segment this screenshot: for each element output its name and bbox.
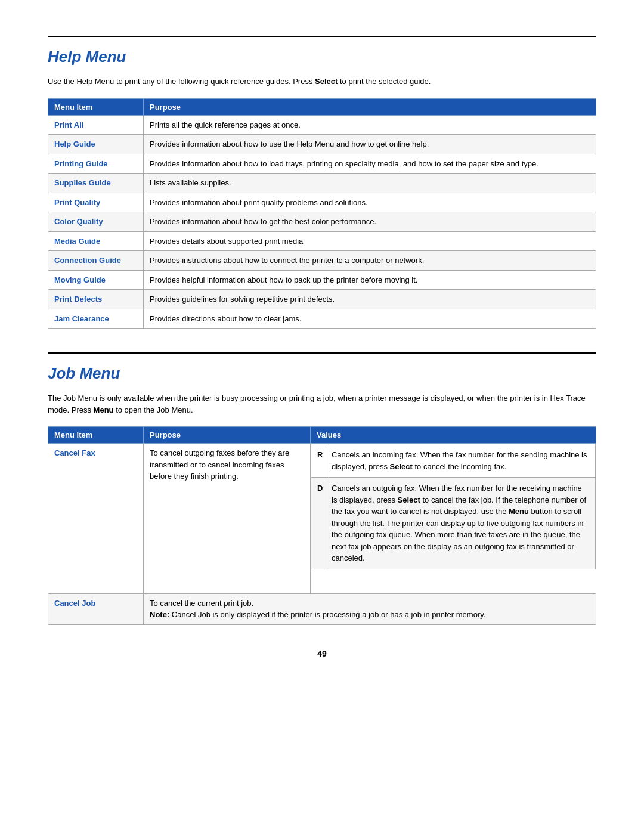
col-purpose-job: Purpose: [144, 427, 311, 444]
help-menu-section: Help Menu Use the Help Menu to print any…: [48, 36, 596, 329]
menu-item-cell: Help Guide: [48, 135, 144, 154]
value-label: D: [311, 478, 329, 569]
table-row: Printing GuideProvides information about…: [48, 154, 596, 174]
menu-item-cell: Connection Guide: [48, 251, 144, 271]
help-table-header-row: Menu Item Purpose: [48, 98, 596, 115]
purpose-cell: Provides instructions about how to conne…: [144, 251, 596, 271]
page-number: 49: [48, 649, 596, 658]
value-desc: Cancels an outgoing fax. When the fax nu…: [329, 478, 596, 569]
purpose-cell: Provides details about supported print m…: [144, 231, 596, 251]
purpose-cell: Provides helpful information about how t…: [144, 270, 596, 290]
purpose-cell: Provides guidelines for solving repetiti…: [144, 290, 596, 309]
table-row: Color QualityProvides information about …: [48, 212, 596, 232]
value-desc: Cancels an incoming fax. When the fax nu…: [329, 444, 596, 478]
col-purpose: Purpose: [144, 98, 596, 115]
menu-item-cell: Print Defects: [48, 290, 144, 309]
job-divider: [48, 352, 596, 354]
purpose-cell: Lists available supplies.: [144, 174, 596, 193]
table-row: Cancel FaxTo cancel outgoing faxes befor…: [48, 444, 596, 594]
help-menu-intro: Use the Help Menu to print any of the fo…: [48, 76, 596, 88]
menu-item-cell: Color Quality: [48, 212, 144, 232]
col-menu-item-job: Menu Item: [48, 427, 144, 444]
purpose-cell: Provides information about how to get th…: [144, 212, 596, 232]
purpose-cell: Prints all the quick reference pages at …: [144, 115, 596, 135]
job-menu-intro: The Job Menu is only available when the …: [48, 392, 596, 416]
job-menu-table: Menu Item Purpose Values Cancel FaxTo ca…: [48, 426, 596, 625]
top-divider: [48, 36, 596, 37]
table-row: Help GuideProvides information about how…: [48, 135, 596, 154]
table-row: Jam ClearanceProvides directions about h…: [48, 309, 596, 329]
menu-item-cell: Supplies Guide: [48, 174, 144, 193]
col-values-job: Values: [311, 427, 596, 444]
job-menu-title: Job Menu: [48, 364, 596, 383]
menu-item-cell: Cancel Job: [48, 593, 144, 624]
job-table-header-row: Menu Item Purpose Values: [48, 427, 596, 444]
table-row: Supplies GuideLists available supplies.: [48, 174, 596, 193]
table-row: Moving GuideProvides helpful information…: [48, 270, 596, 290]
purpose-cell: Provides information about how to load t…: [144, 154, 596, 174]
value-row: DCancels an outgoing fax. When the fax n…: [311, 478, 596, 569]
table-row: Print DefectsProvides guidelines for sol…: [48, 290, 596, 309]
menu-item-cell: Jam Clearance: [48, 309, 144, 329]
col-menu-item: Menu Item: [48, 98, 144, 115]
table-row: Print AllPrints all the quick reference …: [48, 115, 596, 135]
purpose-cell: To cancel the current print job.Note: Ca…: [144, 593, 596, 624]
table-row: Print QualityProvides information about …: [48, 193, 596, 212]
purpose-cell: Provides directions about how to clear j…: [144, 309, 596, 329]
value-label: R: [311, 444, 329, 478]
value-row: RCancels an incoming fax. When the fax n…: [311, 444, 596, 478]
menu-item-cell: Media Guide: [48, 231, 144, 251]
menu-item-cell: Cancel Fax: [48, 444, 144, 594]
table-row: Media GuideProvides details about suppor…: [48, 231, 596, 251]
purpose-cell: To cancel outgoing faxes before they are…: [144, 444, 311, 594]
purpose-cell: Provides information about print quality…: [144, 193, 596, 212]
menu-item-cell: Printing Guide: [48, 154, 144, 174]
values-cell: RCancels an incoming fax. When the fax n…: [311, 444, 596, 594]
menu-item-cell: Print Quality: [48, 193, 144, 212]
help-menu-table: Menu Item Purpose Print AllPrints all th…: [48, 98, 596, 329]
menu-item-cell: Print All: [48, 115, 144, 135]
menu-item-cell: Moving Guide: [48, 270, 144, 290]
table-row: Connection GuideProvides instructions ab…: [48, 251, 596, 271]
job-menu-section: Job Menu The Job Menu is only available …: [48, 352, 596, 625]
help-menu-title: Help Menu: [48, 48, 596, 66]
table-row: Cancel JobTo cancel the current print jo…: [48, 593, 596, 624]
purpose-cell: Provides information about how to use th…: [144, 135, 596, 154]
